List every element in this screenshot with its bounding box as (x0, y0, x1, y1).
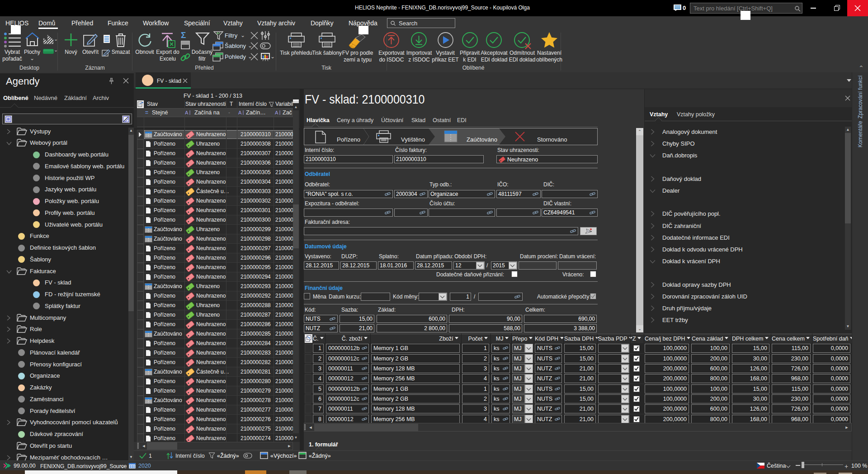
svg-text:A: A (185, 110, 189, 115)
svg-text:A: A (275, 110, 278, 115)
svg-text:A: A (238, 110, 242, 115)
